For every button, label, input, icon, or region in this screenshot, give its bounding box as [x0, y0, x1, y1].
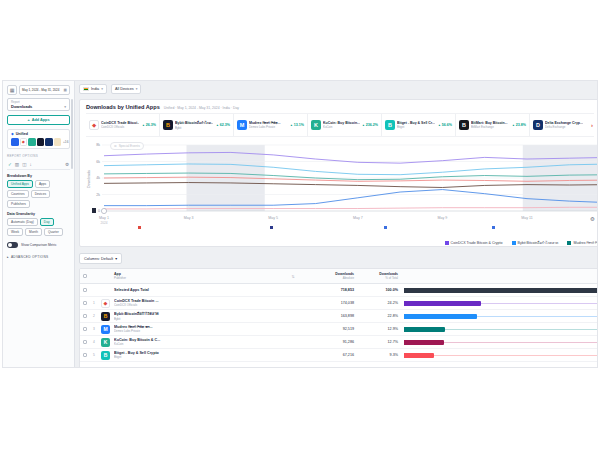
- apps-grid-button[interactable]: ▦: [7, 85, 17, 95]
- unified-icon: ◆: [11, 132, 14, 136]
- table-row[interactable]: 1◆CoinDCX Trade Bitcoin ...CoinDCX Offic…: [80, 297, 598, 310]
- check-icon[interactable]: ✓: [8, 162, 12, 167]
- app-icon: ◆: [101, 299, 110, 308]
- table-row[interactable]: 4KKuCoin: Buy Bitcoin & C...KuCoin91,286…: [80, 336, 598, 349]
- app-icon: M: [101, 325, 110, 334]
- legend-item[interactable]: Mudrex क्रिप्टो निवेश: [567, 240, 598, 246]
- app-icon: B: [459, 120, 469, 130]
- legend-swatch: [567, 241, 571, 245]
- chart-icon[interactable]: ◫: [22, 162, 26, 167]
- app-icon-cream[interactable]: [54, 138, 62, 146]
- add-apps-button[interactable]: + Add Apps: [7, 115, 70, 125]
- sidebar-scrollbar[interactable]: [71, 99, 73, 169]
- app-card-change: ▲ 56.6%: [438, 123, 452, 127]
- event-marker: [384, 226, 387, 229]
- app-publisher: Bybit: [114, 317, 286, 321]
- granularity-month[interactable]: Month: [25, 228, 42, 236]
- app-icon-delta[interactable]: [45, 138, 53, 146]
- row-checkbox[interactable]: [83, 301, 87, 305]
- row-rank: 4: [93, 340, 101, 344]
- advanced-options-label: ADVANCED OPTIONS: [11, 255, 49, 259]
- downloads-pct: 12.7%: [354, 340, 398, 344]
- report-selector[interactable]: Report Downloads ▾: [7, 98, 70, 111]
- downloads-table: App Publisher ⇅ Downloads Absolute Downl…: [79, 268, 598, 368]
- downloads-pct: 12.9%: [354, 327, 398, 331]
- app-summary-card[interactable]: DDelta Exchange Cryp...Delta Exchange: [530, 114, 594, 136]
- report-options-label: REPORT OPTIONS: [7, 154, 70, 158]
- gear-icon[interactable]: ⚙: [65, 162, 69, 167]
- total-downloads: 718,853: [298, 288, 354, 292]
- grid-icon: ▦: [10, 87, 15, 93]
- columns-button[interactable]: Columns: Default ▾: [79, 253, 122, 264]
- row-checkbox[interactable]: [83, 288, 87, 292]
- app-summary-card[interactable]: KKuCoin: Buy Bitcoin...KuCoin▲ 236.2%: [308, 114, 382, 136]
- app-icon: ◆: [89, 120, 99, 130]
- row-checkbox[interactable]: [83, 353, 87, 357]
- app-summary-card[interactable]: BBybit:Bitcoinถือกำไรต...Bybit▲ 62.3%: [160, 114, 234, 136]
- columns-icon[interactable]: ▥: [15, 162, 19, 167]
- breakdown-publishers[interactable]: Publishers: [7, 200, 30, 208]
- x-tick-year: 2024: [100, 221, 107, 225]
- granularity-week[interactable]: Week: [7, 228, 23, 236]
- app-icon-coindcx[interactable]: ◆: [20, 138, 28, 146]
- app-icon-blue[interactable]: [11, 138, 19, 146]
- app-icon: K: [311, 120, 321, 130]
- granularity-quarter[interactable]: Quarter: [44, 228, 63, 236]
- row-checkbox[interactable]: [83, 340, 87, 344]
- app-summary-card[interactable]: BBitMart: Buy Bitcoin...BitMart Exchange…: [456, 114, 530, 136]
- app-summary-card[interactable]: BBitget - Buy & Sell Cr...Bitget▲ 56.6%: [382, 114, 456, 136]
- row-checkbox[interactable]: [83, 314, 87, 318]
- legend-item[interactable]: Bybit:Bitcoinถือกำไรตลาด: [512, 240, 559, 246]
- y-tick-label: 4k: [96, 176, 100, 180]
- device-selector[interactable]: All Devices ▾: [111, 84, 141, 94]
- download-icon[interactable]: ↓: [30, 162, 32, 167]
- advanced-options-toggle[interactable]: ▸ ADVANCED OPTIONS: [7, 255, 70, 259]
- row-checkbox[interactable]: [83, 327, 87, 331]
- total-label: Selected Apps Total: [114, 288, 286, 292]
- app-icon-bybit[interactable]: [37, 138, 45, 146]
- app-icon: B: [101, 351, 110, 360]
- app-publisher: Demex Labs Private: [114, 329, 286, 333]
- select-all-checkbox[interactable]: [83, 274, 87, 278]
- app-summary-card[interactable]: MMudrex क्रिप्टो निवेश...Demex Labs Priv…: [234, 114, 308, 136]
- granularity-day[interactable]: Day: [40, 218, 54, 226]
- breakdown-devices[interactable]: Devices: [31, 190, 50, 198]
- y-tick-label: 8k: [96, 143, 100, 147]
- legend-item[interactable]: CoinDCX Trade Bitcoin & Crypto: [445, 240, 503, 246]
- breakdown-countries[interactable]: Countries: [7, 190, 29, 198]
- col-downloads-sub: Absolute: [298, 276, 354, 280]
- date-range-picker[interactable]: May 1, 2024 - May 31, 2024 ▦: [19, 85, 70, 95]
- downloads-value: 163,898: [298, 314, 354, 318]
- table-row[interactable]: 3MMudrex क्रिप्टो निवेश कर...Demex Labs …: [80, 323, 598, 336]
- pct-bar: [404, 340, 444, 345]
- breakdown-unified-apps[interactable]: Unified Apps: [7, 180, 33, 188]
- comparison-metric-toggle[interactable]: [7, 242, 18, 248]
- chart-svg[interactable]: 02k4k6k8kDownloadsMay 12024May 3May 5May…: [86, 139, 598, 235]
- add-apps-label: Add Apps: [32, 118, 50, 122]
- table-row[interactable]: 2BBybit:BitcoinถือกำไรตลาดBybit163,89822…: [80, 310, 598, 323]
- app-icon: B: [101, 312, 110, 321]
- special-events-chip[interactable]: ⊙ Special Events: [110, 142, 144, 150]
- breakdown-options: Unified AppsAppsCountriesDevicesPublishe…: [7, 180, 70, 208]
- x-tick-label: May 11: [521, 216, 533, 220]
- table-row[interactable]: 5BBitget - Buy & Sell CryptoBitget67,216…: [80, 349, 598, 362]
- unified-apps-panel: ◆ Unified ◆+16: [7, 129, 70, 149]
- breakdown-apps[interactable]: Apps: [35, 180, 50, 188]
- x-tick-label: May 7: [353, 216, 363, 220]
- country-selector[interactable]: India ▾: [79, 84, 107, 94]
- filter-bar: India ▾ All Devices ▾: [79, 84, 141, 94]
- x-tick-label: May 9: [438, 216, 448, 220]
- app-icon-kucoin[interactable]: [28, 138, 36, 146]
- granularity-automatic-day-[interactable]: Automatic (Day): [7, 218, 38, 226]
- app-summary-card[interactable]: ◆CoinDCX Trade Bitcoi...CoinDCX Official…: [86, 114, 160, 136]
- chart-settings-gear-icon[interactable]: ⚙: [590, 216, 595, 222]
- app-card-publisher: CoinDCX Officials: [101, 125, 139, 129]
- sort-icon[interactable]: ⇅: [288, 274, 298, 279]
- more-apps-count[interactable]: +16: [63, 140, 68, 144]
- up-triangle-icon: ▲: [362, 123, 365, 127]
- x-tick-label: May 3: [184, 216, 194, 220]
- table-total-row[interactable]: Selected Apps Total 718,853 100.0%: [80, 284, 598, 297]
- cards-scroll-arrow[interactable]: ›: [591, 122, 593, 128]
- row-rank: 5: [93, 353, 101, 357]
- analytics-dashboard: ▦ May 1, 2024 - May 31, 2024 ▦ Report Do…: [2, 80, 598, 368]
